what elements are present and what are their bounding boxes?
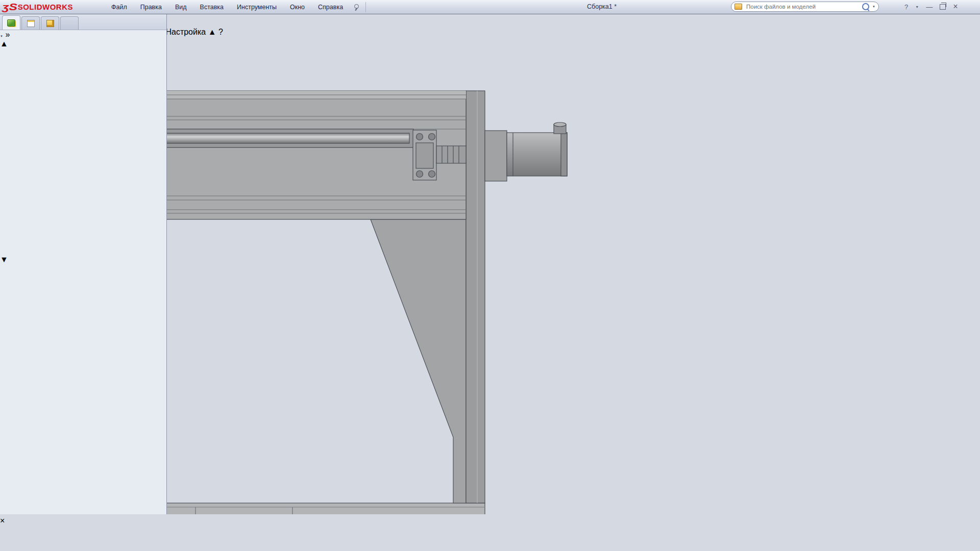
scrollbar-thumb[interactable]	[0, 48, 166, 255]
help-button[interactable]: ?	[904, 3, 908, 11]
tab-property-manager[interactable]	[21, 16, 40, 30]
coupling	[436, 146, 466, 163]
document-window-controls: ×	[0, 516, 980, 525]
menu-Инструменты[interactable]: Инструменты	[230, 1, 283, 14]
pin-menu-icon[interactable]	[353, 4, 360, 11]
toolbar-separator	[365, 2, 366, 12]
tab-configuration-manager[interactable]	[41, 16, 59, 30]
feature-manager-panel: ▼ » ▲ ▼	[0, 14, 167, 514]
tab-display-manager[interactable]	[60, 16, 79, 30]
menu-Файл[interactable]: Файл	[105, 1, 134, 14]
property-manager-icon	[27, 20, 35, 27]
solidworks-window: ʒS SOLIDWORKS ФайлПравкаВидВставкаИнстру…	[0, 0, 980, 551]
search-scope-icon[interactable]	[734, 4, 742, 10]
tree-scrollbar[interactable]: ▲ ▼	[0, 39, 166, 264]
minimize-button[interactable]: —	[926, 3, 933, 11]
scroll-down-icon[interactable]: ▼	[0, 255, 166, 264]
search-box[interactable]: ▼	[731, 2, 879, 12]
restore-button[interactable]	[940, 4, 946, 10]
help-dropdown-icon[interactable]: ▼	[915, 5, 919, 9]
menu-Вид[interactable]: Вид	[168, 1, 193, 14]
end-column	[466, 91, 485, 503]
tree-filter-bar: ▼ »	[0, 30, 166, 39]
main-area: ▼ » ▲ ▼	[0, 14, 980, 514]
menu-Правка[interactable]: Правка	[134, 1, 168, 14]
menu-Окно[interactable]: Окно	[283, 1, 311, 14]
close-button[interactable]: ×	[953, 2, 958, 11]
menu-Вставка[interactable]: Вставка	[193, 1, 230, 14]
filter-dropdown-icon[interactable]: ▼	[0, 35, 3, 38]
gusset-plate	[371, 219, 466, 503]
doc-close-button[interactable]: ×	[0, 516, 5, 525]
motor-body	[507, 133, 567, 176]
scroll-up-icon[interactable]: ▲	[0, 39, 166, 48]
display-manager-icon	[66, 20, 73, 27]
motor-bracket	[485, 131, 507, 181]
solidworks-logo-text: SOLIDWORKS	[18, 3, 73, 11]
window-controls: ? ▼ — ×	[904, 0, 958, 13]
tab-feature-tree[interactable]	[2, 15, 20, 30]
search-icon[interactable]	[862, 3, 869, 10]
feature-tree-icon	[7, 19, 15, 27]
configuration-manager-icon	[46, 20, 54, 27]
search-dropdown-icon[interactable]: ▼	[872, 5, 875, 8]
search-input[interactable]	[745, 3, 862, 10]
collapse-panel-icon[interactable]: »	[5, 30, 10, 39]
solidworks-logo: ʒS SOLIDWORKS	[4, 2, 93, 13]
menu-bar: ФайлПравкаВидВставкаИнструментыОкноСправ…	[105, 1, 350, 14]
solidworks-logo-icon: ʒS	[3, 2, 17, 13]
menu-Справка[interactable]: Справка	[311, 1, 350, 14]
titlebar: ʒS SOLIDWORKS ФайлПравкаВидВставкаИнстру…	[0, 0, 980, 14]
feature-manager-tabs	[0, 14, 166, 30]
document-title: Сборка1 *	[587, 0, 617, 13]
